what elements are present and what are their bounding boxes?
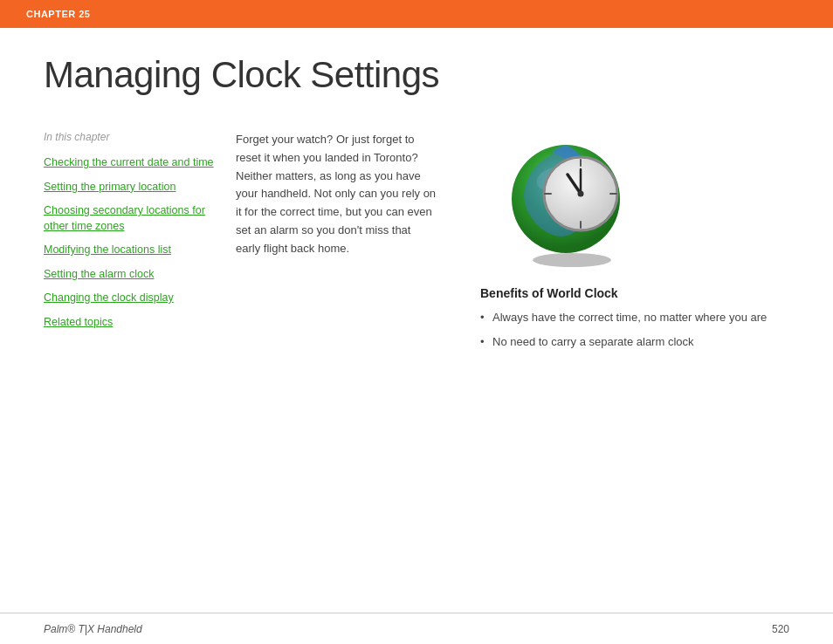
right-column: Benefits of World Clock Always have the … [463, 131, 789, 357]
clock-globe-icon [498, 131, 637, 271]
page-title: Managing Clock Settings [44, 54, 789, 96]
toc-item-modify-list[interactable]: Modifying the locations list [44, 243, 218, 258]
benefits-title: Benefits of World Clock [480, 286, 618, 300]
svg-point-11 [578, 191, 584, 197]
toc-item-secondary-locations[interactable]: Choosing secondary locations for other t… [44, 203, 218, 234]
link-current-date[interactable]: Checking the current date and time [44, 155, 218, 171]
in-this-chapter-label: In this chapter [44, 131, 218, 143]
toc-item-clock-display[interactable]: Changing the clock display [44, 291, 218, 306]
main-content: Managing Clock Settings In this chapter … [0, 28, 833, 613]
link-clock-display[interactable]: Changing the clock display [44, 291, 218, 306]
link-secondary-locations[interactable]: Choosing secondary locations for other t… [44, 203, 218, 234]
toc-item-related-topics[interactable]: Related topics [44, 315, 218, 331]
content-body: In this chapter Checking the current dat… [44, 131, 789, 357]
description-text: Forget your watch? Or just forget to res… [236, 131, 437, 258]
link-related-topics[interactable]: Related topics [44, 315, 218, 331]
left-column: In this chapter Checking the current dat… [44, 131, 236, 357]
toc-item-primary-location[interactable]: Setting the primary location [44, 180, 218, 195]
benefits-list: Always have the correct time, no matter … [480, 309, 767, 357]
link-primary-location[interactable]: Setting the primary location [44, 180, 218, 195]
toc-item-alarm-clock[interactable]: Setting the alarm clock [44, 267, 218, 283]
benefit-item-1: Always have the correct time, no matter … [480, 309, 767, 326]
footer-page-number: 520 [772, 623, 789, 635]
svg-point-0 [533, 253, 611, 267]
description-column: Forget your watch? Or just forget to res… [236, 131, 463, 357]
link-modify-list[interactable]: Modifying the locations list [44, 243, 218, 258]
toc-item-current-date[interactable]: Checking the current date and time [44, 155, 218, 171]
chapter-label: CHAPTER 25 [26, 9, 90, 19]
link-alarm-clock[interactable]: Setting the alarm clock [44, 267, 218, 283]
toc-links: Checking the current date and time Setti… [44, 155, 218, 330]
footer: Palm® T|X Handheld 520 [0, 613, 833, 644]
header-bar: CHAPTER 25 [0, 0, 833, 28]
footer-brand-name: Palm® T|X Handheld [44, 623, 142, 635]
benefit-item-2: No need to carry a separate alarm clock [480, 333, 767, 351]
footer-brand: Palm® T|X Handheld [44, 623, 142, 635]
